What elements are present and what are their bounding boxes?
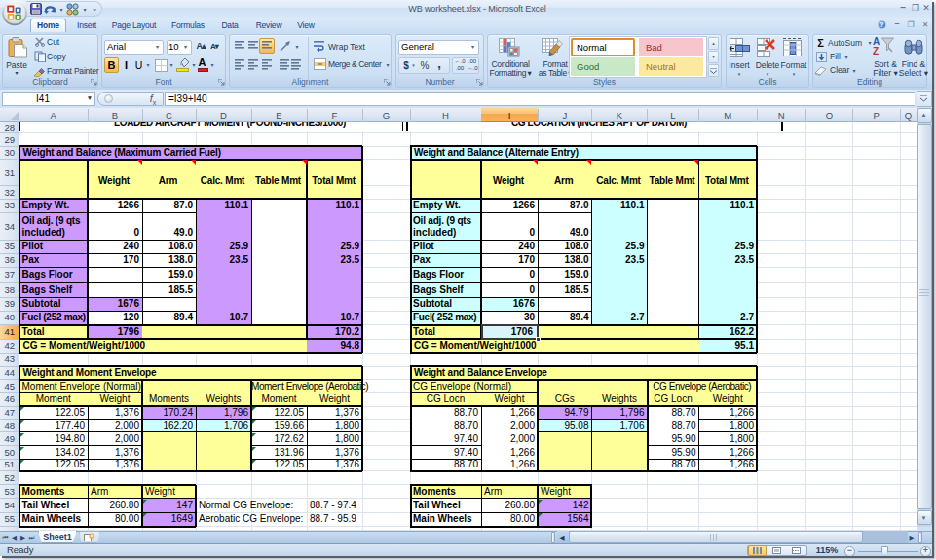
- svg-text:Z: Z: [873, 46, 879, 56]
